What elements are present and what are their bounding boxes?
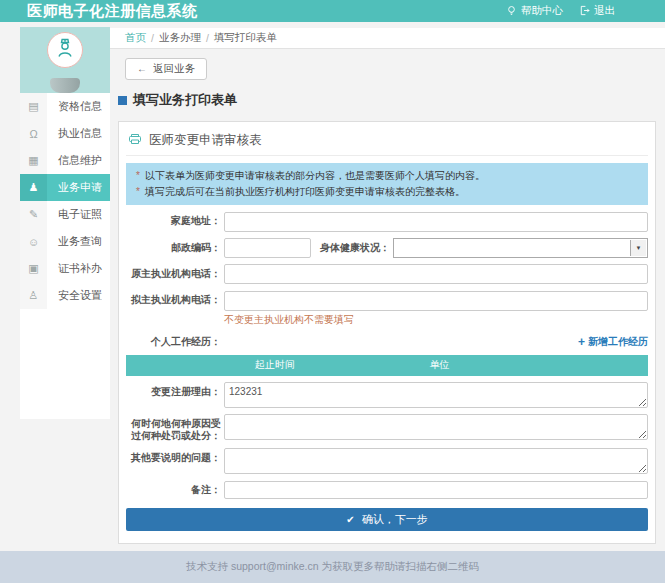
logout-link[interactable]: 退出 bbox=[579, 4, 615, 18]
footer: 技术支持 support@minke.cn 为获取更多帮助请扫描右侧二维码 bbox=[0, 551, 665, 583]
new-org-phone-input[interactable] bbox=[224, 291, 648, 311]
add-work-experience-label: 新增工作经历 bbox=[588, 335, 648, 349]
app-title: 医师电子化注册信息系统 bbox=[27, 2, 198, 21]
sidebar-menu: ▤ 资格信息 Ω 执业信息 ▦ 信息维护 ♟ 业务申请 bbox=[20, 93, 110, 309]
note-text: 以下表单为医师变更申请审核表的部分内容，也是需要医师个人填写的内容。 bbox=[145, 168, 485, 184]
sidebar-item-label: 安全设置 bbox=[47, 282, 110, 309]
content-area: ▤ 资格信息 Ω 执业信息 ▦ 信息维护 ♟ 业务申请 bbox=[0, 22, 665, 551]
old-org-phone-field: 原主执业机构电话： bbox=[126, 264, 648, 285]
back-to-business-button[interactable]: ← 返回业务 bbox=[125, 58, 207, 80]
sidebar-item-certificate-reissue[interactable]: ▣ 证书补办 bbox=[20, 255, 110, 282]
health-status-select[interactable]: ▼ bbox=[393, 238, 648, 258]
old-org-phone-input[interactable] bbox=[224, 264, 648, 284]
plus-icon: + bbox=[578, 336, 585, 348]
sidebar-item-business-application[interactable]: ♟ 业务申请 bbox=[20, 174, 110, 201]
sidebar-item-electronic-certificate[interactable]: ✎ 电子证照 bbox=[20, 201, 110, 228]
avatar-panel bbox=[20, 27, 110, 93]
lightbulb-icon bbox=[506, 5, 517, 18]
punishment-field: 何时何地何种原因受过何种处罚或处分： bbox=[126, 414, 648, 442]
back-button-label: 返回业务 bbox=[153, 62, 195, 76]
check-icon: ✔ bbox=[346, 515, 354, 525]
sidebar-panel: ▤ 资格信息 Ω 执业信息 ▦ 信息维护 ♟ 业务申请 bbox=[20, 27, 110, 419]
change-reason-textarea[interactable]: 123231 bbox=[224, 382, 648, 408]
doctor-avatar-icon bbox=[53, 36, 77, 64]
home-address-input[interactable] bbox=[224, 212, 648, 232]
sidebar-item-practice-info[interactable]: Ω 执业信息 bbox=[20, 120, 110, 147]
other-issues-field: 其他要说明的问题： bbox=[126, 448, 648, 474]
breadcrumb-item-current: 填写打印表单 bbox=[214, 31, 277, 45]
sidebar-item-label: 业务申请 bbox=[47, 174, 110, 201]
old-org-phone-label: 原主执业机构电话： bbox=[126, 264, 221, 280]
home-address-field: 家庭地址： bbox=[126, 211, 648, 232]
app-header: 医师电子化注册信息系统 帮助中心 退出 bbox=[0, 0, 665, 22]
other-issues-label: 其他要说明的问题： bbox=[126, 448, 221, 464]
sidebar-item-security-settings[interactable]: ♙ 安全设置 bbox=[20, 282, 110, 309]
no-change-hint: 不变更主执业机构不需要填写 bbox=[224, 313, 648, 327]
breadcrumb-separator: / bbox=[206, 32, 209, 44]
note-marker: * bbox=[136, 184, 140, 200]
sidebar-item-label: 信息维护 bbox=[47, 147, 110, 174]
new-org-phone-field: 拟主执业机构电话： bbox=[126, 290, 648, 311]
form-header: 医师变更申请审核表 bbox=[126, 128, 648, 156]
breadcrumb: 首页 / 业务办理 / 填写打印表单 bbox=[110, 28, 665, 49]
info-box: * 以下表单为医师变更申请审核表的部分内容，也是需要医师个人填写的内容。 * 填… bbox=[126, 163, 648, 205]
sidebar: ▤ 资格信息 Ω 执业信息 ▦ 信息维护 ♟ 业务申请 bbox=[0, 22, 110, 551]
punishment-textarea[interactable] bbox=[224, 414, 648, 440]
sidebar-item-business-query[interactable]: ☺ 业务查询 bbox=[20, 228, 110, 255]
header-links: 帮助中心 退出 bbox=[506, 4, 615, 18]
logout-label: 退出 bbox=[594, 4, 615, 18]
sidebar-item-label: 电子证照 bbox=[47, 201, 110, 228]
clipboard-icon: ▣ bbox=[20, 255, 47, 282]
sidebar-item-label: 证书补办 bbox=[47, 255, 110, 282]
footer-text: 技术支持 support@minke.cn 为获取更多帮助请扫描右侧二维码 bbox=[186, 560, 479, 574]
note-text: 填写完成后可在当前执业医疗机构打印医师变更申请审核表的完整表格。 bbox=[145, 184, 465, 200]
pencil-document-icon: ✎ bbox=[20, 201, 47, 228]
breadcrumb-item-business-handling[interactable]: 业务办理 bbox=[159, 31, 201, 45]
work-experience-table-header: 起止时间 单位 bbox=[126, 355, 648, 376]
avatar bbox=[47, 32, 83, 68]
postal-health-row: 邮政编码： 身体健康状况： ▼ bbox=[126, 238, 648, 258]
dropdown-arrow-icon[interactable]: ▼ bbox=[630, 240, 646, 256]
postal-code-input[interactable] bbox=[224, 238, 311, 258]
app-window: 医师电子化注册信息系统 帮助中心 退出 bbox=[0, 0, 665, 583]
sidebar-item-qualification-info[interactable]: ▤ 资格信息 bbox=[20, 93, 110, 120]
sidebar-item-info-maintenance[interactable]: ▦ 信息维护 bbox=[20, 147, 110, 174]
printer-icon bbox=[128, 131, 142, 149]
confirm-next-label: 确认，下一步 bbox=[362, 512, 428, 527]
breadcrumb-home[interactable]: 首页 bbox=[125, 31, 146, 45]
work-experience-label: 个人工作经历： bbox=[126, 336, 221, 348]
other-issues-textarea[interactable] bbox=[224, 448, 648, 474]
new-org-phone-label: 拟主执业机构电话： bbox=[126, 290, 221, 306]
add-work-experience-link[interactable]: + 新增工作经历 bbox=[578, 335, 648, 349]
column-header-organization: 单位 bbox=[424, 358, 648, 372]
column-header-period: 起止时间 bbox=[126, 358, 424, 372]
work-experience-row: 个人工作经历： + 新增工作经历 bbox=[126, 335, 648, 349]
remarks-label: 备注： bbox=[126, 480, 221, 496]
change-reason-label: 变更注册理由： bbox=[126, 382, 221, 398]
person-icon: ♟ bbox=[20, 174, 47, 201]
section-title: 填写业务打印表单 bbox=[118, 91, 665, 109]
form-title: 医师变更申请审核表 bbox=[149, 132, 262, 149]
help-center-link[interactable]: 帮助中心 bbox=[506, 4, 563, 18]
change-reason-field: 变更注册理由： 123231 bbox=[126, 382, 648, 408]
remarks-field: 备注： bbox=[126, 480, 648, 500]
sidebar-item-label: 执业信息 bbox=[47, 120, 110, 147]
info-line: * 填写完成后可在当前执业医疗机构打印医师变更申请审核表的完整表格。 bbox=[136, 184, 638, 200]
sidebar-item-label: 业务查询 bbox=[47, 228, 110, 255]
person-outline-icon: ♙ bbox=[20, 282, 47, 309]
punishment-label: 何时何地何种原因受过何种处罚或处分： bbox=[126, 414, 221, 442]
page-title: 填写业务打印表单 bbox=[133, 91, 237, 109]
logout-icon bbox=[579, 5, 590, 18]
headset-icon: Ω bbox=[20, 120, 47, 147]
document-icon: ▤ bbox=[20, 93, 47, 120]
remarks-input[interactable] bbox=[224, 481, 648, 499]
note-marker: * bbox=[136, 168, 140, 184]
chat-icon: ☺ bbox=[20, 228, 47, 255]
form-panel: 医师变更申请审核表 * 以下表单为医师变更申请审核表的部分内容，也是需要医师个人… bbox=[118, 121, 656, 544]
sidebar-item-label: 资格信息 bbox=[47, 93, 110, 120]
confirm-next-button[interactable]: ✔ 确认，下一步 bbox=[126, 508, 648, 531]
image-icon: ▦ bbox=[20, 147, 47, 174]
section-marker-icon bbox=[118, 96, 127, 105]
postal-code-label: 邮政编码： bbox=[126, 238, 221, 254]
info-line: * 以下表单为医师变更申请审核表的部分内容，也是需要医师个人填写的内容。 bbox=[136, 168, 638, 184]
